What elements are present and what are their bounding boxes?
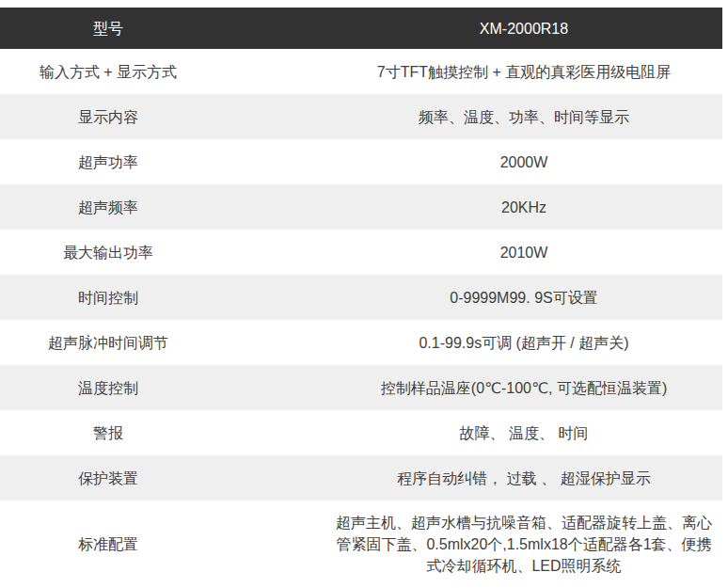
spec-label: 保护装置 [0,468,216,489]
spec-value: 控制样品温座(0℃-100℃, 可选配恒温装置) [330,377,718,399]
table-header-row: 型号 XM-2000R18 [0,8,722,49]
spec-value: 频率、温度、功率、时间等显示 [330,106,718,128]
spec-value: 20KHz [330,197,718,218]
spec-label: 超声功率 [0,151,216,173]
table-row: 标准配置 超声主机、超声水槽与抗噪音箱、适配器旋转上盖、离心管紧固下盖、0.5m… [0,501,722,588]
spec-label: 标准配置 [0,533,216,555]
spec-label: 警报 [0,422,216,444]
header-value-cell: XM-2000R18 [330,18,718,40]
spec-value: 0-9999M99. 9S可设置 [330,287,718,309]
table-row: 最大输出功率 2010W [0,230,722,275]
spec-label: 时间控制 [0,287,216,309]
table-row: 显示内容 频率、温度、功率、时间等显示 [0,94,722,139]
spec-value: 7寸TFT触摸控制 + 直观的真彩医用级电阻屏 [330,61,718,83]
table-row: 输入方式 + 显示方式 7寸TFT触摸控制 + 直观的真彩医用级电阻屏 [0,49,722,94]
spec-label: 最大输出功率 [0,242,216,263]
table-row: 超声频率 20KHz [0,184,722,230]
table-row: 温度控制 控制样品温座(0℃-100℃, 可选配恒温装置) [0,365,722,410]
table-row: 保护装置 程序自动纠错， 过载 、 超湿保护显示 [0,455,722,501]
product-spec-table: 型号 XM-2000R18 输入方式 + 显示方式 7寸TFT触摸控制 + 直观… [0,8,722,588]
table-row: 超声功率 2000W [0,139,722,184]
spec-value: 超声主机、超声水槽与抗噪音箱、适配器旋转上盖、离心管紧固下盖、0.5mlx20个… [330,512,718,577]
spec-value: 2010W [330,242,718,263]
spec-value: 故障、 温度、 时间 [330,422,718,444]
spec-value: 0.1-99.9s可调 (超声开 / 超声关) [330,332,718,354]
header-label-cell: 型号 [0,18,216,40]
spec-label: 温度控制 [0,377,216,399]
spec-label: 超声频率 [0,197,216,218]
table-row: 警报 故障、 温度、 时间 [0,410,722,455]
spec-label: 输入方式 + 显示方式 [0,61,216,83]
spec-value: 2000W [330,151,718,173]
spec-label: 超声脉冲时间调节 [0,332,216,354]
table-row: 超声脉冲时间调节 0.1-99.9s可调 (超声开 / 超声关) [0,320,722,365]
table-row: 时间控制 0-9999M99. 9S可设置 [0,275,722,320]
spec-label: 显示内容 [0,106,216,128]
spec-value: 程序自动纠错， 过载 、 超湿保护显示 [330,468,718,489]
